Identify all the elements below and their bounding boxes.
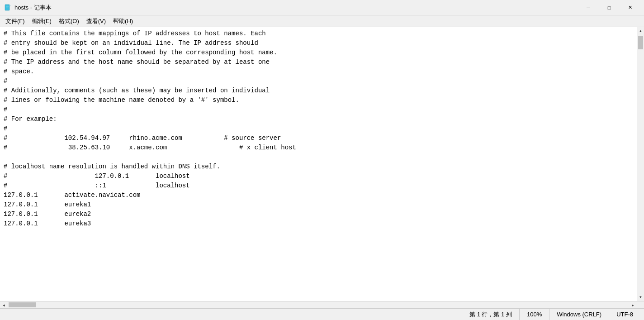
menu-view[interactable]: 查看(V): [83, 16, 109, 26]
svg-rect-0: [5, 5, 9, 10]
window-controls: ─ □ ✕: [578, 0, 640, 15]
menu-bar: 文件(F) 编辑(E) 格式(O) 查看(V) 帮助(H): [0, 15, 644, 27]
svg-rect-2: [6, 7, 9, 7]
title-bar: hosts - 记事本 ─ □ ✕: [0, 0, 644, 15]
editor-container: # This file contains the mappings of IP …: [0, 27, 644, 301]
svg-rect-1: [6, 6, 9, 6]
minimize-button[interactable]: ─: [578, 0, 599, 15]
status-bar: 第 1 行，第 1 列 100% Windows (CRLF) UTF-8: [0, 308, 644, 320]
scroll-down-button[interactable]: ▼: [637, 293, 644, 301]
menu-edit[interactable]: 编辑(E): [28, 16, 55, 26]
menu-file[interactable]: 文件(F): [2, 16, 28, 26]
status-position: 第 1 行，第 1 列: [462, 309, 520, 320]
scroll-thumb-horizontal[interactable]: [9, 302, 36, 307]
scroll-track-horizontal[interactable]: [8, 301, 629, 308]
scroll-right-button[interactable]: ▶: [629, 301, 637, 309]
svg-rect-3: [6, 8, 8, 8]
menu-help[interactable]: 帮助(H): [109, 16, 137, 26]
status-zoom: 100%: [520, 309, 549, 320]
window-title: hosts - 记事本: [14, 4, 578, 12]
horizontal-scrollbar-container: ◀ ▶: [0, 301, 644, 308]
status-encoding: UTF-8: [609, 309, 640, 320]
scroll-thumb-vertical[interactable]: [638, 36, 643, 49]
scroll-left-button[interactable]: ◀: [0, 301, 8, 309]
vertical-scrollbar[interactable]: ▲ ▼: [637, 27, 644, 301]
maximize-button[interactable]: □: [599, 0, 620, 15]
status-line-ending: Windows (CRLF): [549, 309, 609, 320]
scroll-up-button[interactable]: ▲: [637, 27, 644, 35]
close-button[interactable]: ✕: [620, 0, 640, 15]
menu-format[interactable]: 格式(O): [55, 16, 83, 26]
editor-content[interactable]: # This file contains the mappings of IP …: [0, 27, 637, 301]
scroll-track-vertical[interactable]: [637, 35, 644, 293]
app-icon: [4, 4, 12, 12]
